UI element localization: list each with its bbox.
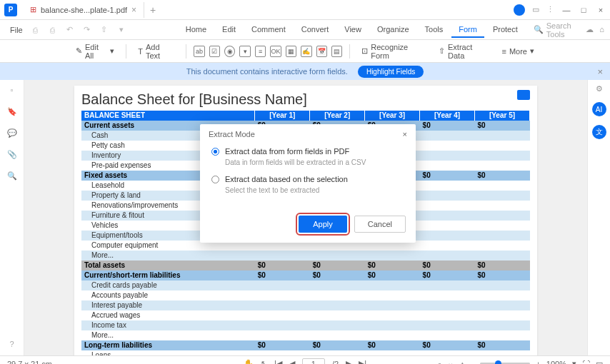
- radio-icon[interactable]: ◉: [224, 46, 235, 57]
- apply-button[interactable]: Apply: [299, 216, 347, 233]
- text-icon: T: [138, 47, 143, 56]
- edit-all-button[interactable]: ✎Edit All▾: [71, 41, 119, 62]
- recognize-form-button[interactable]: ⊡Recognize Form: [357, 41, 430, 62]
- titlebar: P ⊞ balance-she...plate-1.pdf × + ▭ ⋮ — …: [0, 0, 610, 20]
- form-toolbar: ✎Edit All▾ TAdd Text ab ☑ ◉ ▾ ≡ OK ▦ ✍ 📅…: [0, 40, 610, 63]
- more-icon: ≡: [501, 47, 506, 56]
- table-row: Credit cards payable: [81, 280, 530, 290]
- menu-organize[interactable]: Organize: [370, 22, 416, 38]
- home-icon[interactable]: ⌂: [599, 25, 604, 34]
- menu-convert[interactable]: Convert: [294, 22, 336, 38]
- close-button[interactable]: ×: [596, 6, 606, 14]
- thumbnails-icon[interactable]: ▫: [6, 84, 18, 96]
- zoom-in-icon[interactable]: +: [536, 360, 540, 365]
- checkbox-icon[interactable]: ☑: [209, 46, 220, 57]
- radio-off-icon[interactable]: [211, 176, 219, 183]
- menu-form[interactable]: Form: [451, 22, 484, 38]
- help-icon[interactable]: ?: [6, 338, 18, 350]
- cloud-icon[interactable]: ☁: [586, 25, 594, 34]
- fit-width-icon[interactable]: ↔: [446, 360, 454, 365]
- button-icon[interactable]: OK: [270, 46, 281, 57]
- prev-page-icon[interactable]: ◀: [289, 359, 295, 364]
- file-menu[interactable]: File: [6, 24, 27, 36]
- attachments-icon[interactable]: 📎: [6, 148, 18, 160]
- next-page-icon[interactable]: ▶: [346, 359, 351, 364]
- radio-on-icon[interactable]: [211, 148, 219, 156]
- ai-icon[interactable]: AI: [592, 102, 606, 116]
- view-mode-icon[interactable]: ▫: [439, 360, 441, 365]
- more-button[interactable]: ≡More▾: [497, 44, 538, 58]
- tab-title: balance-she...plate-1.pdf: [41, 6, 127, 14]
- table-row: Accounts payable: [81, 290, 530, 300]
- hand-tool-icon[interactable]: ✋: [244, 359, 254, 364]
- date-icon[interactable]: 📅: [316, 46, 327, 57]
- option-form-fields[interactable]: Extract data from form fields in PDF: [211, 147, 404, 156]
- option2-desc: Select the text to be extracted: [225, 186, 404, 194]
- signature-icon[interactable]: ✍: [301, 46, 311, 57]
- dropdown-icon[interactable]: ▾: [116, 24, 127, 36]
- select-tool-icon[interactable]: ↖: [261, 359, 267, 364]
- fullscreen-icon[interactable]: ⛶: [582, 360, 590, 365]
- highlight-fields-button[interactable]: Highlight Fields: [358, 66, 424, 78]
- table-row: Accrued wages: [81, 310, 530, 320]
- zoom-out-icon[interactable]: −: [470, 360, 474, 365]
- menu-home[interactable]: Home: [179, 22, 214, 38]
- user-avatar[interactable]: [514, 4, 525, 16]
- table-row: Loans: [81, 350, 530, 355]
- menu-edit[interactable]: Edit: [215, 22, 243, 38]
- image-icon[interactable]: ▦: [286, 46, 296, 57]
- save-icon[interactable]: ⎙: [30, 24, 41, 36]
- add-text-button[interactable]: TAdd Text: [134, 41, 179, 62]
- reading-mode-icon[interactable]: ▭: [596, 359, 603, 364]
- print-icon[interactable]: ⎙: [47, 24, 59, 36]
- settings-icon[interactable]: ⚙: [596, 84, 603, 93]
- page-total: /2: [332, 360, 339, 365]
- search-placeholder: Search Tools: [546, 21, 586, 39]
- comments-icon[interactable]: 💬: [6, 127, 18, 138]
- table-row: Total assets$0$0$0$0$0: [81, 261, 530, 271]
- table-row: Income tax: [81, 320, 530, 330]
- close-icon[interactable]: ×: [131, 5, 136, 15]
- window-icon[interactable]: ▭: [532, 5, 539, 14]
- dialog-close-icon[interactable]: ×: [403, 130, 407, 138]
- fit-page-icon[interactable]: ↕: [460, 360, 464, 365]
- option-selection[interactable]: Extract data based on the selection: [211, 175, 404, 183]
- info-close-icon[interactable]: ×: [597, 66, 603, 77]
- minimize-button[interactable]: —: [561, 6, 571, 14]
- undo-icon[interactable]: ↶: [64, 24, 76, 36]
- search-panel-icon[interactable]: 🔍: [6, 170, 18, 181]
- menu-comment[interactable]: Comment: [244, 22, 293, 38]
- new-tab-button[interactable]: +: [144, 1, 161, 19]
- search-icon: 🔍: [534, 25, 544, 34]
- share-icon[interactable]: ⇧: [99, 24, 110, 36]
- barcode-icon[interactable]: ▤: [331, 46, 342, 57]
- app-icon: P: [4, 4, 17, 16]
- combo-icon[interactable]: ▾: [239, 46, 250, 57]
- redo-icon[interactable]: ↷: [81, 24, 93, 36]
- table-row: Interest payable: [81, 300, 530, 310]
- textfield-icon[interactable]: ab: [194, 46, 204, 57]
- menubar: File ⎙ ⎙ ↶ ↷ ⇧ ▾ HomeEditCommentConvertV…: [0, 20, 610, 40]
- table-header: BALANCE SHEET[Year 1][Year 2][Year 3][Ye…: [81, 111, 530, 121]
- page-bookmark-icon[interactable]: [517, 90, 530, 100]
- page-number[interactable]: 1: [302, 358, 325, 365]
- maximize-button[interactable]: □: [579, 6, 589, 14]
- document-tab[interactable]: ⊞ balance-she...plate-1.pdf ×: [23, 2, 144, 18]
- menu-tools[interactable]: Tools: [418, 22, 451, 38]
- last-page-icon[interactable]: ▶|: [359, 359, 366, 364]
- table-row: More...: [81, 330, 530, 340]
- menu-protect[interactable]: Protect: [486, 22, 525, 38]
- menu-view[interactable]: View: [337, 22, 369, 38]
- bookmarks-icon[interactable]: 🔖: [6, 106, 18, 117]
- search-tools[interactable]: 🔍 Search Tools: [534, 21, 586, 39]
- page-dimensions: 29.7 x 21 cm: [7, 360, 52, 365]
- list-icon[interactable]: ≡: [255, 46, 266, 57]
- menu-dots-icon[interactable]: ⋮: [546, 5, 554, 14]
- cancel-button[interactable]: Cancel: [354, 216, 406, 233]
- extract-data-button[interactable]: ⇧Extract Data: [434, 41, 493, 62]
- translate-icon[interactable]: 文: [592, 125, 606, 139]
- first-page-icon[interactable]: |◀: [274, 359, 282, 364]
- extract-mode-dialog: Extract Mode × Extract data from form fi…: [200, 124, 416, 243]
- right-panel: ⚙ AI 文: [587, 80, 610, 355]
- info-bar: This document contains interactive form …: [0, 63, 610, 80]
